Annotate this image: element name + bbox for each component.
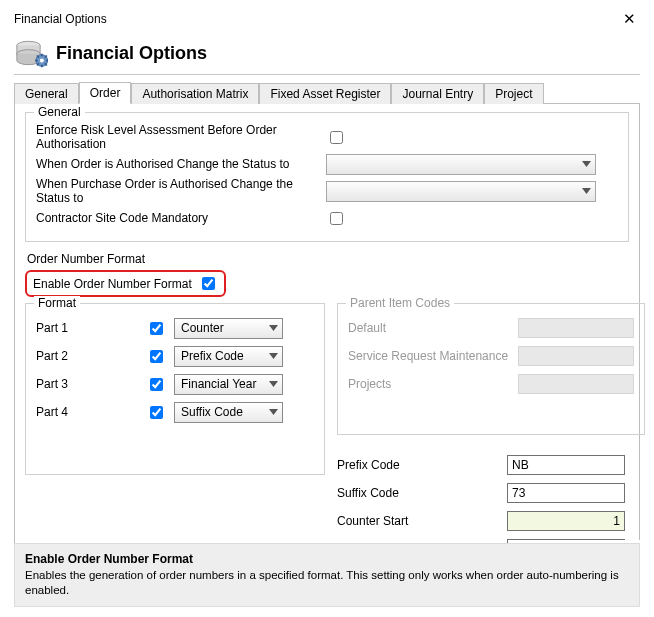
chevron-down-icon xyxy=(269,409,278,415)
format-row-1: Part 1 Counter xyxy=(36,314,314,342)
combo-part-1[interactable]: Counter xyxy=(174,318,283,339)
label-part-4: Part 4 xyxy=(36,405,146,419)
checkbox-part-4[interactable] xyxy=(150,406,163,419)
checkbox-part-1[interactable] xyxy=(150,322,163,335)
group-parent-item-codes: Parent Item Codes Default Service Reques… xyxy=(337,303,645,435)
format-row-3: Part 3 Financial Year xyxy=(36,370,314,398)
label-prefix-code: Prefix Code xyxy=(337,458,507,472)
order-number-format-label: Order Number Format xyxy=(27,252,629,266)
checkbox-part-2[interactable] xyxy=(150,350,163,363)
tab-fixed-asset-register[interactable]: Fixed Asset Register xyxy=(259,83,391,104)
tab-project[interactable]: Project xyxy=(484,83,543,104)
field-parent-projects xyxy=(518,374,634,394)
database-gear-icon xyxy=(14,38,48,68)
window: Financial Options ✕ xyxy=(0,0,654,617)
label-po-status: When Purchase Order is Authorised Change… xyxy=(36,177,326,205)
row-po-status: When Purchase Order is Authorised Change… xyxy=(36,177,618,205)
help-title: Enable Order Number Format xyxy=(25,552,629,566)
close-icon[interactable]: ✕ xyxy=(619,10,640,28)
input-prefix-code[interactable] xyxy=(507,455,625,475)
titlebar: Financial Options ✕ xyxy=(14,8,640,30)
combo-part-4[interactable]: Suffix Code xyxy=(174,402,283,423)
chevron-down-icon xyxy=(269,353,278,359)
combo-po-status[interactable] xyxy=(326,181,596,202)
combo-part-3-value: Financial Year xyxy=(181,377,256,391)
window-title: Financial Options xyxy=(14,12,107,26)
label-enforce-risk: Enforce Risk Level Assessment Before Ord… xyxy=(36,123,326,151)
label-parent-projects: Projects xyxy=(348,377,518,391)
combo-part-4-value: Suffix Code xyxy=(181,405,243,419)
label-parent-srm: Service Request Maintenance xyxy=(348,349,518,363)
label-part-1: Part 1 xyxy=(36,321,146,335)
checkbox-enforce-risk[interactable] xyxy=(330,131,343,144)
tab-order[interactable]: Order xyxy=(79,82,132,104)
tab-strip: General Order Authorisation Matrix Fixed… xyxy=(14,81,640,103)
combo-part-3[interactable]: Financial Year xyxy=(174,374,283,395)
format-row-4: Part 4 Suffix Code xyxy=(36,398,314,426)
combo-part-2-value: Prefix Code xyxy=(181,349,244,363)
header-divider xyxy=(14,74,640,75)
tab-journal-entry[interactable]: Journal Entry xyxy=(391,83,484,104)
enable-order-number-format-highlight: Enable Order Number Format xyxy=(25,270,226,297)
checkbox-contractor-site-code[interactable] xyxy=(330,212,343,225)
page-title: Financial Options xyxy=(56,43,207,64)
enable-order-number-format-label: Enable Order Number Format xyxy=(33,277,192,291)
page-header: Financial Options xyxy=(14,38,640,68)
row-contractor-site-code: Contractor Site Code Mandatory xyxy=(36,205,618,231)
help-panel: Enable Order Number Format Enables the g… xyxy=(14,543,640,607)
tab-page-order: General Enforce Risk Level Assessment Be… xyxy=(14,103,640,574)
input-counter-start[interactable] xyxy=(507,511,625,531)
chevron-down-icon xyxy=(269,325,278,331)
group-parent-item-codes-legend: Parent Item Codes xyxy=(346,296,454,310)
label-parent-default: Default xyxy=(348,321,518,335)
row-order-status: When Order is Authorised Change the Stat… xyxy=(36,151,618,177)
group-format-legend: Format xyxy=(34,296,80,310)
label-counter-start: Counter Start xyxy=(337,514,507,528)
combo-part-2[interactable]: Prefix Code xyxy=(174,346,283,367)
input-suffix-code[interactable] xyxy=(507,483,625,503)
checkbox-enable-order-number-format[interactable] xyxy=(202,277,215,290)
checkbox-part-3[interactable] xyxy=(150,378,163,391)
group-general: General Enforce Risk Level Assessment Be… xyxy=(25,112,629,242)
field-parent-srm xyxy=(518,346,634,366)
label-order-status: When Order is Authorised Change the Stat… xyxy=(36,157,326,171)
svg-point-3 xyxy=(40,59,44,63)
label-suffix-code: Suffix Code xyxy=(337,486,507,500)
format-row-2: Part 2 Prefix Code xyxy=(36,342,314,370)
combo-order-status[interactable] xyxy=(326,154,596,175)
field-parent-default xyxy=(518,318,634,338)
chevron-down-icon xyxy=(582,188,591,194)
label-part-3: Part 3 xyxy=(36,377,146,391)
label-contractor-site-code: Contractor Site Code Mandatory xyxy=(36,211,326,225)
label-part-2: Part 2 xyxy=(36,349,146,363)
combo-part-1-value: Counter xyxy=(181,321,224,335)
chevron-down-icon xyxy=(582,161,591,167)
help-description: Enables the generation of order numbers … xyxy=(25,568,629,598)
row-enforce-risk: Enforce Risk Level Assessment Before Ord… xyxy=(36,123,618,151)
tab-authorisation-matrix[interactable]: Authorisation Matrix xyxy=(131,83,259,104)
tab-general[interactable]: General xyxy=(14,83,79,104)
group-format: Format Part 1 Counter Part 2 Prefix xyxy=(25,303,325,475)
chevron-down-icon xyxy=(269,381,278,387)
group-general-legend: General xyxy=(34,105,85,119)
